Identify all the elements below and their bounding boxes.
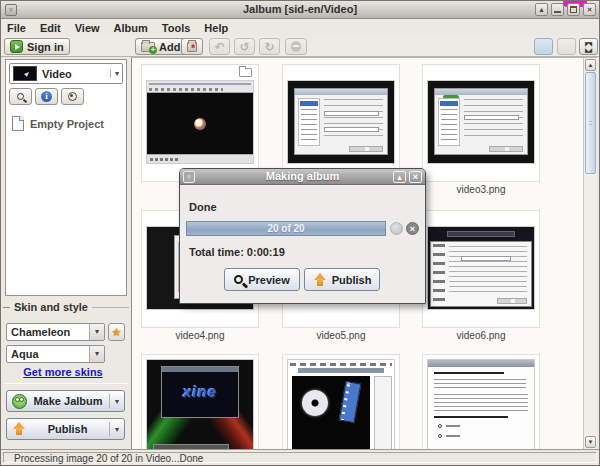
preview-button[interactable]: Preview bbox=[224, 268, 300, 291]
stop-button[interactable]: × bbox=[406, 222, 419, 235]
close-button[interactable]: × bbox=[583, 3, 596, 16]
scroll-down-button[interactable]: ▼ bbox=[585, 436, 596, 448]
thumbnail-video6[interactable] bbox=[422, 210, 540, 328]
publish-upload-icon bbox=[12, 422, 26, 436]
chevron-down-icon: ▾ bbox=[110, 69, 119, 78]
publish-button[interactable]: Publish ▾ bbox=[6, 418, 125, 440]
fullscreen-icon: ◤◥ ◣◢ bbox=[585, 41, 592, 53]
making-album-dialog: ▿ Making album ▴ × Done 20 of 20 × Total… bbox=[179, 168, 426, 304]
divider bbox=[4, 383, 128, 384]
exclude-icon bbox=[291, 41, 301, 52]
fullscreen-button[interactable]: ◤◥ ◣◢ bbox=[579, 38, 598, 55]
toolbar: Sign in + Add * ↶ ↺ ↻ ◤◥ ◣◢ bbox=[1, 36, 599, 57]
dialog-publish-button[interactable]: Publish bbox=[304, 268, 380, 291]
window-title: Jalbum [sid-en/Video] bbox=[1, 3, 599, 15]
skin-select[interactable]: Chameleon ▾ bbox=[6, 323, 105, 341]
project-panel: Video ▾ i Empty Project bbox=[5, 59, 127, 296]
page-icon bbox=[12, 116, 24, 131]
thumbnail-filename: video6.png bbox=[422, 330, 540, 341]
album-thumbnail bbox=[13, 66, 37, 81]
undo-button: ↶ bbox=[209, 38, 230, 55]
add-button[interactable]: + Add bbox=[135, 38, 186, 55]
dialog-shade-button[interactable]: ▴ bbox=[393, 171, 406, 183]
dialog-titlebar[interactable]: ▿ Making album ▴ × bbox=[180, 169, 425, 185]
chevron-down-icon: ▾ bbox=[115, 397, 119, 406]
minimize-button[interactable] bbox=[551, 3, 564, 16]
progress-bar: 20 of 20 bbox=[186, 221, 386, 236]
thumbnail-image bbox=[427, 226, 535, 310]
rotate-cw-icon: ↻ bbox=[264, 40, 274, 54]
thumbnail-image bbox=[427, 80, 535, 164]
style-select[interactable]: Aqua ▾ bbox=[6, 345, 105, 363]
thumbnail-video2[interactable] bbox=[282, 64, 400, 182]
thumbnail-image bbox=[287, 80, 395, 164]
make-album-button[interactable]: Make Jalbum ▾ bbox=[6, 390, 125, 412]
tags-button[interactable] bbox=[61, 88, 84, 105]
undo-icon: ↶ bbox=[214, 40, 224, 54]
thumbnail-video1[interactable] bbox=[141, 64, 259, 182]
chevron-down-icon: ▾ bbox=[89, 324, 104, 340]
new-folder-button[interactable]: * bbox=[181, 38, 203, 55]
progress-text: 20 of 20 bbox=[187, 223, 385, 234]
thumbnail-filename: video4.png bbox=[141, 330, 259, 341]
menu-tools[interactable]: Tools bbox=[162, 22, 191, 34]
thumbnail-video3[interactable] bbox=[422, 64, 540, 182]
folder-star-icon: * bbox=[187, 42, 197, 52]
edit-mode-button[interactable] bbox=[534, 38, 553, 55]
info-button[interactable]: i bbox=[35, 88, 58, 105]
album-selector[interactable]: Video ▾ bbox=[9, 63, 123, 84]
dialog-status-text: Done bbox=[189, 201, 217, 213]
statusbar: Processing image 20 of 20 in Video...Don… bbox=[1, 449, 599, 465]
scroll-up-button[interactable]: ▲ bbox=[585, 59, 596, 71]
xine-logo: xine bbox=[162, 383, 238, 400]
chevron-down-icon: ▾ bbox=[115, 425, 119, 434]
thumbnail-filename: video5.png bbox=[282, 330, 400, 341]
menu-help[interactable]: Help bbox=[204, 22, 228, 34]
maximize-icon bbox=[570, 6, 577, 13]
jalbum-window: ▿ Jalbum [sid-en/Video] ▴ × File Edit Vi… bbox=[0, 0, 600, 466]
total-time-text: Total time: 0:00:19 bbox=[189, 246, 285, 258]
vertical-scrollbar[interactable]: ▲ ▼ bbox=[583, 58, 597, 449]
jalbum-frog-icon bbox=[12, 394, 27, 409]
divider bbox=[92, 307, 129, 308]
thumbnail-image bbox=[287, 359, 395, 449]
sign-in-icon bbox=[10, 40, 23, 53]
thumbnail-video8[interactable] bbox=[282, 354, 400, 449]
rotate-ccw-icon: ↺ bbox=[239, 40, 249, 54]
menu-album[interactable]: Album bbox=[114, 22, 148, 34]
dialog-close-button[interactable]: × bbox=[409, 171, 422, 183]
thumbnail-image bbox=[427, 359, 535, 449]
sign-in-button[interactable]: Sign in bbox=[4, 38, 70, 55]
info-icon: i bbox=[41, 91, 52, 102]
thumbnail-filename: video3.png bbox=[422, 184, 540, 195]
maximize-button[interactable] bbox=[567, 3, 580, 16]
tree-item-empty-project[interactable]: Empty Project bbox=[12, 116, 104, 131]
thumbnail-image bbox=[146, 80, 254, 164]
menu-file[interactable]: File bbox=[7, 22, 26, 34]
divider bbox=[109, 422, 110, 436]
skin-section-header[interactable]: Skin and style bbox=[3, 301, 129, 313]
edit-image-button bbox=[557, 38, 576, 55]
get-more-skins-link[interactable]: Get more skins bbox=[1, 366, 125, 378]
rotate-cw-button: ↻ bbox=[259, 38, 280, 55]
thumbnail-image: xine bbox=[146, 359, 254, 449]
folder-badge-icon bbox=[239, 68, 252, 77]
thumbnail-video7[interactable]: xine bbox=[141, 354, 259, 449]
exclude-button bbox=[285, 38, 307, 55]
titlebar[interactable]: ▿ Jalbum [sid-en/Video] ▴ × bbox=[1, 1, 599, 19]
thumbnail-video9[interactable] bbox=[422, 354, 540, 449]
menu-view[interactable]: View bbox=[75, 22, 100, 34]
collapse-dash-icon bbox=[3, 307, 10, 308]
scrollbar-thumb[interactable] bbox=[585, 72, 596, 174]
sidebar: Video ▾ i Empty Project Skin and style C… bbox=[1, 57, 131, 449]
shade-button[interactable]: ▴ bbox=[535, 3, 548, 16]
chevron-down-icon: ▾ bbox=[89, 346, 104, 362]
minimize-icon bbox=[554, 11, 561, 13]
menu-edit[interactable]: Edit bbox=[40, 22, 61, 34]
menubar: File Edit View Album Tools Help bbox=[1, 19, 599, 36]
plus-badge-icon: + bbox=[149, 46, 157, 54]
search-button[interactable] bbox=[9, 88, 32, 105]
rotate-ccw-button: ↺ bbox=[234, 38, 255, 55]
divider bbox=[109, 394, 110, 408]
favorite-skin-button[interactable]: ★ bbox=[108, 323, 125, 341]
